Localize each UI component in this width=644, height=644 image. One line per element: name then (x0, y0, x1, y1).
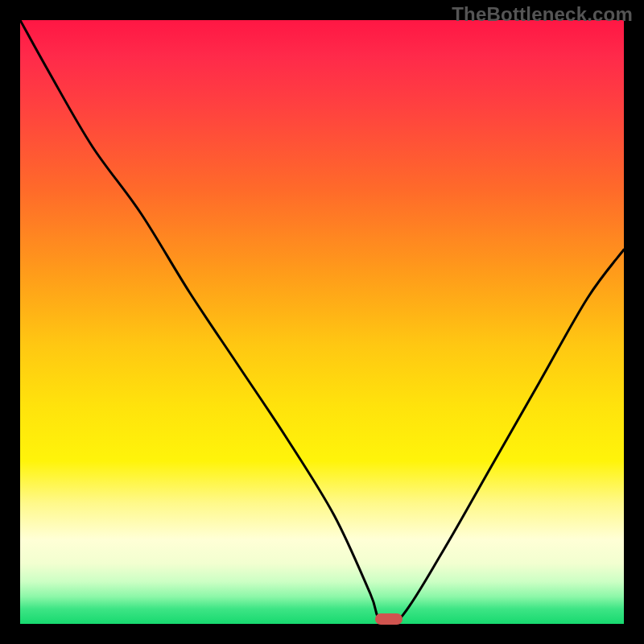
bottleneck-gradient (20, 20, 624, 624)
chart-frame: TheBottleneck.com (0, 0, 644, 644)
plot-area (20, 20, 624, 624)
optimal-marker (375, 613, 402, 625)
watermark-text: TheBottleneck.com (452, 3, 633, 26)
